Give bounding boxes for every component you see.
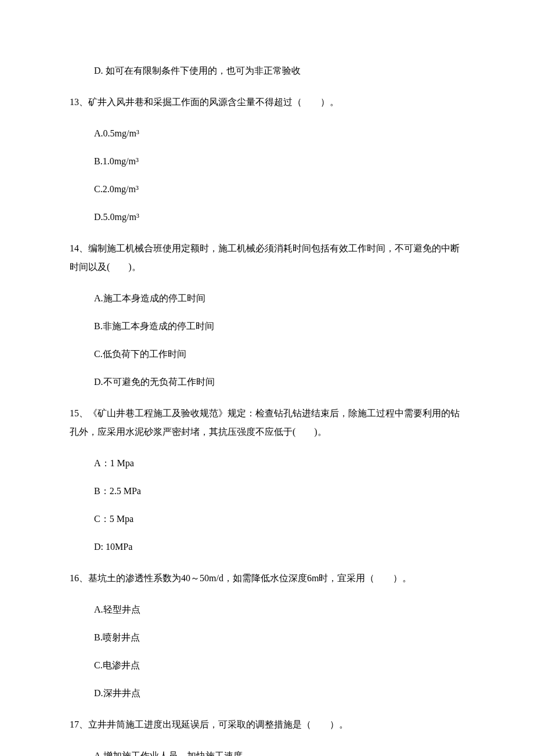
option-c: C.2.0mg/m³ xyxy=(94,182,464,196)
option-b: B.1.0mg/m³ xyxy=(94,154,464,168)
option-a: A：1 Mpa xyxy=(94,456,464,470)
question-17: 17、立井井筒施工进度出现延误后，可采取的调整措施是（ ）。 xyxy=(70,715,464,734)
question-16: 16、基坑土的渗透性系数为40～50m/d，如需降低水位深度6m时，宜采用（ ）… xyxy=(70,569,464,588)
question-14: 14、编制施工机械合班使用定额时，施工机械必须消耗时间包括有效工作时间，不可避免… xyxy=(70,239,464,276)
question-14-options: A.施工本身造成的停工时间 B.非施工本身造成的停工时间 C.低负荷下的工作时间… xyxy=(70,291,464,389)
option-a: A.施工本身造成的停工时间 xyxy=(94,291,464,305)
option-d: D.5.0mg/m³ xyxy=(94,210,464,224)
option-d: D.不可避免的无负荷工作时间 xyxy=(94,375,464,389)
option-b: B.非施工本身造成的停工时间 xyxy=(94,319,464,333)
question-16-options: A.轻型井点 B.喷射井点 C.电渗井点 D.深井井点 xyxy=(70,603,464,700)
option-c: C.电渗井点 xyxy=(94,658,464,672)
question-15: 15、《矿山井巷工程施工及验收规范》规定：检查钻孔钻进结束后，除施工过程中需要利… xyxy=(70,404,464,441)
question-15-options: A：1 Mpa B：2.5 MPa C：5 Mpa D: 10MPa xyxy=(70,456,464,554)
question-17-options: A.增加施工作业人员，加快施工速度 B.增大吊桶容积，提高出矸速度 xyxy=(70,749,464,756)
option-a: A.0.5mg/m³ xyxy=(94,127,464,141)
question-12-options-continued: D. 如可在有限制条件下使用的，也可为非正常验收 xyxy=(70,64,464,78)
option-c: C：5 Mpa xyxy=(94,512,464,526)
question-13: 13、矿井入风井巷和采掘工作面的风源含尘量不得超过（ ）。 xyxy=(70,93,464,111)
question-13-options: A.0.5mg/m³ B.1.0mg/m³ C.2.0mg/m³ D.5.0mg… xyxy=(70,127,464,224)
option-b: B.喷射井点 xyxy=(94,631,464,645)
option-a: A.轻型井点 xyxy=(94,603,464,617)
option-c: C.低负荷下的工作时间 xyxy=(94,347,464,361)
option-a: A.增加施工作业人员，加快施工速度 xyxy=(94,749,464,756)
option-b: B：2.5 MPa xyxy=(94,484,464,498)
option-d: D. 如可在有限制条件下使用的，也可为非正常验收 xyxy=(94,64,464,78)
option-d: D.深井井点 xyxy=(94,686,464,700)
option-d: D: 10MPa xyxy=(94,540,464,554)
document-page: D. 如可在有限制条件下使用的，也可为非正常验收 13、矿井入风井巷和采掘工作面… xyxy=(0,0,534,756)
